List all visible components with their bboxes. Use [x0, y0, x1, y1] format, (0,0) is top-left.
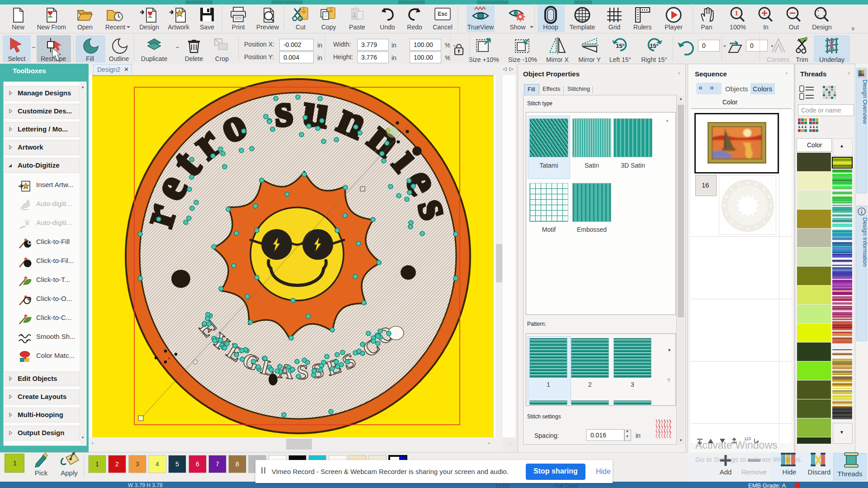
svg-text:15°: 15°	[616, 42, 625, 49]
svg-text:1: 1	[735, 10, 738, 17]
svg-text:15°: 15°	[650, 42, 659, 49]
svg-text:Esc: Esc	[438, 11, 448, 17]
